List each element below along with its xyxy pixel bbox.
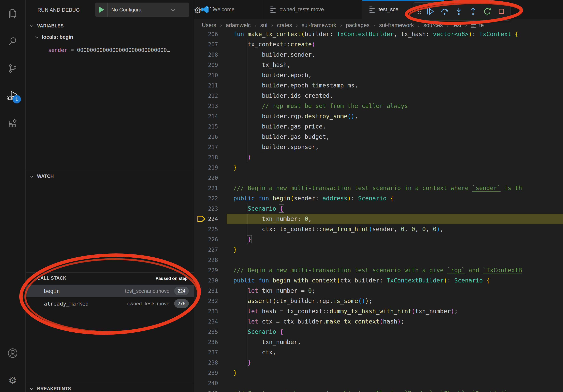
gutter[interactable]: 219: [194, 162, 227, 173]
tab-welcome[interactable]: Welcome: [194, 0, 263, 19]
code-line-223[interactable]: 223 Scenario {: [194, 204, 563, 214]
gutter[interactable]: 213: [194, 101, 227, 111]
gutter[interactable]: 223: [194, 204, 227, 214]
gutter[interactable]: 241: [194, 388, 227, 392]
code-line-215[interactable]: 215 builder.gas_price,: [194, 121, 563, 132]
gutter[interactable]: 211: [194, 80, 227, 91]
gutter[interactable]: 218: [194, 152, 227, 162]
run-and-debug-icon[interactable]: 1: [0, 85, 25, 107]
code-line-217[interactable]: 217 builder.sponsor,: [194, 142, 563, 152]
gutter[interactable]: 234: [194, 316, 227, 327]
call-stack-frame[interactable]: begin test_scenario.move 224: [26, 285, 194, 297]
code-line-213[interactable]: 213 // rgp must be set from the caller a…: [194, 101, 563, 111]
gutter[interactable]: 212: [194, 91, 227, 101]
breadcrumb-item[interactable]: packages: [346, 22, 370, 28]
breadcrumb-item[interactable]: sui-framework: [379, 22, 414, 28]
search-icon[interactable]: [0, 30, 25, 52]
watch-section-header[interactable]: WATCH: [30, 174, 54, 179]
gutter[interactable]: 220: [194, 173, 227, 183]
start-debug-icon[interactable]: [99, 7, 104, 13]
variables-scope-row[interactable]: locals: begin: [36, 34, 73, 40]
code-line-224[interactable]: 224 txn_number: 0,: [194, 214, 563, 224]
code-line-208[interactable]: 208 builder.sender,: [194, 50, 563, 60]
code-line-233[interactable]: 233 let hash = tx_context::dummy_tx_hash…: [194, 306, 563, 316]
gutter[interactable]: 238: [194, 357, 227, 368]
settings-gear-icon[interactable]: ⚙: [0, 369, 25, 391]
gutter[interactable]: 215: [194, 121, 227, 132]
step-out-button[interactable]: [466, 4, 480, 19]
breadcrumb-item[interactable]: test: [452, 22, 461, 28]
breadcrumb-item[interactable]: sui: [260, 22, 268, 28]
gutter[interactable]: 221: [194, 183, 227, 193]
code-line-214[interactable]: 214 builder.rgp.destroy_some(),: [194, 111, 563, 121]
code-line-222[interactable]: 222public fun begin(sender: address): Sc…: [194, 193, 563, 204]
more-actions-icon[interactable]: ···: [207, 4, 215, 12]
source-control-icon[interactable]: [0, 58, 25, 79]
code-line-229[interactable]: 229/// Begin a new multi-transaction tes…: [194, 265, 563, 275]
code-line-216[interactable]: 216 builder.gas_budget,: [194, 132, 563, 142]
gutter[interactable]: 217: [194, 142, 227, 152]
breadcrumb-item[interactable]: adamwelc: [226, 22, 251, 28]
step-over-button[interactable]: [437, 4, 452, 19]
code-line-241[interactable]: 241/// Creates and shares system objects…: [194, 388, 563, 392]
gutter[interactable]: 237: [194, 347, 227, 357]
code-editor[interactable]: 206fun make_tx_context(builder: TxContex…: [194, 29, 563, 392]
gutter[interactable]: 230: [194, 275, 227, 286]
gutter[interactable]: 231: [194, 286, 227, 296]
breadcrumb-item[interactable]: sources: [423, 22, 443, 28]
gutter[interactable]: 236: [194, 337, 227, 347]
gutter[interactable]: 232: [194, 296, 227, 306]
breadcrumb-item[interactable]: crates: [277, 22, 292, 28]
code-line-210[interactable]: 210 builder.epoch,: [194, 70, 563, 80]
code-line-219[interactable]: 219}: [194, 162, 563, 173]
gutter[interactable]: 210: [194, 70, 227, 80]
debug-config-control[interactable]: No Configura: [95, 2, 189, 17]
code-line-236[interactable]: 236 txn_number,: [194, 337, 563, 347]
step-into-button[interactable]: [452, 4, 466, 19]
code-line-238[interactable]: 238 }: [194, 357, 563, 368]
gutter[interactable]: 224: [194, 214, 227, 224]
gutter[interactable]: 226: [194, 234, 227, 245]
gutter[interactable]: 233: [194, 306, 227, 316]
gutter[interactable]: 214: [194, 111, 227, 121]
gutter[interactable]: 240: [194, 378, 227, 388]
gutter[interactable]: 239: [194, 368, 227, 378]
gutter[interactable]: 208: [194, 50, 227, 60]
code-line-218[interactable]: 218 ): [194, 152, 563, 162]
code-line-209[interactable]: 209 tx_hash,: [194, 60, 563, 70]
gutter[interactable]: 225: [194, 224, 227, 234]
breakpoints-section-header[interactable]: BREAKPOINTS: [30, 386, 71, 392]
code-line-240[interactable]: 240: [194, 378, 563, 388]
breadcrumb-file[interactable]: te: [479, 22, 484, 28]
code-line-212[interactable]: 212 builder.ids_created,: [194, 91, 563, 101]
code-line-232[interactable]: 232 assert!(ctx_builder.rgp.is_some());: [194, 296, 563, 306]
breadcrumb-item[interactable]: sui-framework: [302, 22, 336, 28]
code-line-225[interactable]: 225 ctx: tx_context::new_from_hint(sende…: [194, 224, 563, 234]
variable-row[interactable]: sender = 0000000000000000000000000000…: [48, 47, 170, 53]
restart-button[interactable]: [480, 4, 494, 19]
accounts-icon[interactable]: [0, 342, 25, 364]
code-line-230[interactable]: 230public fun begin_with_context(ctx_bui…: [194, 275, 563, 286]
tab-owned-tests-move[interactable]: owned_tests.move: [263, 0, 362, 19]
code-line-237[interactable]: 237 ctx,: [194, 347, 563, 357]
gutter[interactable]: 216: [194, 132, 227, 142]
code-line-211[interactable]: 211 builder.epoch_timestamp_ms,: [194, 80, 563, 91]
debug-settings-gear-icon[interactable]: ⚙: [194, 5, 201, 15]
stop-button[interactable]: [494, 4, 509, 19]
extensions-icon[interactable]: [0, 112, 25, 134]
code-line-231[interactable]: 231 let txn_number = 0;: [194, 286, 563, 296]
gutter[interactable]: 222: [194, 193, 227, 204]
breadcrumb[interactable]: Users›adamwelc›sui›crates›sui-framework›…: [194, 19, 563, 32]
code-line-220[interactable]: 220: [194, 173, 563, 183]
breadcrumb-item[interactable]: Users: [202, 22, 216, 28]
code-line-221[interactable]: 221/// Begin a new multi-transaction tes…: [194, 183, 563, 193]
gutter[interactable]: 229: [194, 265, 227, 275]
explorer-icon[interactable]: [0, 3, 25, 25]
code-line-207[interactable]: 207 tx_context::create(: [194, 39, 563, 50]
code-line-226[interactable]: 226 }: [194, 234, 563, 245]
code-line-227[interactable]: 227}: [194, 245, 563, 255]
gutter[interactable]: 228: [194, 255, 227, 265]
variables-section-header[interactable]: VARIABLES: [30, 23, 64, 29]
drag-grip-handle[interactable]: [415, 4, 423, 19]
gutter[interactable]: 207: [194, 39, 227, 50]
